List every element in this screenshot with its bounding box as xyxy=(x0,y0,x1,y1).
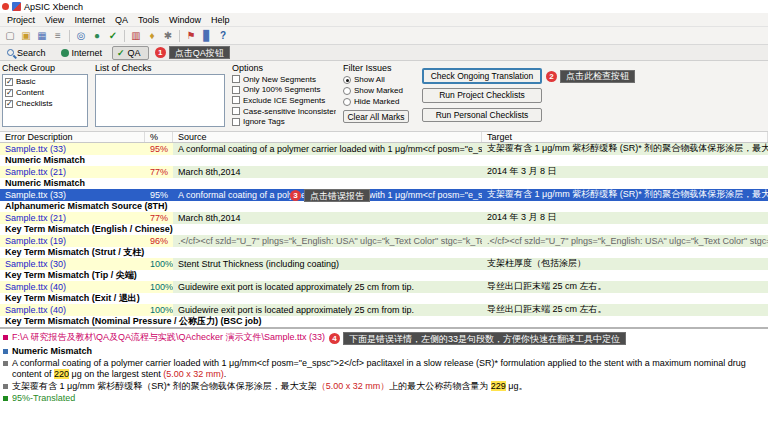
table-group-row[interactable]: Numeric Mismatch xyxy=(0,178,768,190)
filter-hide-marked[interactable]: Hide Marked xyxy=(343,96,415,107)
menu-project[interactable]: Project xyxy=(2,15,40,25)
filter-show-all[interactable]: Show All xyxy=(343,74,415,85)
table-row[interactable]: Sample.ttx (21) 77% March 8th,2014 2014 … xyxy=(0,166,768,178)
only-new-checkbox[interactable] xyxy=(232,75,240,83)
table-row[interactable]: Sample.ttx (21) 77% March 8th,2014 2014 … xyxy=(0,212,768,224)
row-target: .</cf><cf szld="U_7" plngs="k_English: U… xyxy=(482,235,768,247)
row-file-link[interactable]: Sample.ttx (33) xyxy=(5,144,66,154)
exclude-ice-checkbox[interactable] xyxy=(232,96,240,104)
show-all-radio[interactable] xyxy=(343,76,351,84)
option-exclude-ice[interactable]: Exclude ICE Segments xyxy=(232,95,336,106)
menu-tools[interactable]: Tools xyxy=(133,15,164,25)
menu-bar: Project View Internet QA Tools Window He… xyxy=(0,13,768,27)
column-target[interactable]: Target xyxy=(482,132,768,142)
table-group-row[interactable]: Alphanumeric Mismatch Source (8TH) xyxy=(0,201,768,213)
callout-1-badge: 1 xyxy=(155,47,166,58)
menu-internet[interactable]: Internet xyxy=(69,15,110,25)
option-only-100[interactable]: Only 100% Segments xyxy=(232,85,336,96)
run-project-checklists-button[interactable]: Run Project Checklists xyxy=(422,88,542,103)
column-percent[interactable]: % xyxy=(145,132,173,142)
row-file-link[interactable]: Sample.ttx (21) xyxy=(5,167,66,177)
source-highlight: 220 xyxy=(54,369,69,379)
window-title: ApSIC Xbench xyxy=(24,2,83,12)
content-checkbox[interactable] xyxy=(5,89,13,97)
column-source[interactable]: Source xyxy=(173,132,482,142)
run-personal-checklists-button[interactable]: Run Personal Checklists xyxy=(422,108,542,123)
ignore-tags-checkbox[interactable] xyxy=(232,118,240,126)
menu-window[interactable]: Window xyxy=(164,15,206,25)
bullet-icon xyxy=(3,361,8,366)
only-100-checkbox[interactable] xyxy=(232,86,240,94)
app-icon xyxy=(12,2,21,11)
table-group-row[interactable]: Key Term Mismatch (Strut / 支柱) xyxy=(0,247,768,259)
table-group-row[interactable]: Key Term Mismatch (Nominal Pressure / 公称… xyxy=(0,316,768,328)
detail-file-path[interactable]: F:\A 研究报告及教材\QA及QA流程与实践\QAchecker 演示文件\S… xyxy=(12,332,325,343)
row-percent: 100% xyxy=(145,281,173,293)
table-row[interactable]: Sample.ttx (40) 100% Guidewire exit port… xyxy=(0,304,768,316)
globe-icon xyxy=(61,49,69,57)
tab-qa[interactable]: ✓ QA xyxy=(112,46,149,60)
menu-help[interactable]: Help xyxy=(206,15,235,25)
key-terms-icon[interactable]: ♦ xyxy=(145,29,159,43)
table-row[interactable]: Sample.ttx (33) 95% A conformal coating … xyxy=(0,143,768,155)
table-group-row[interactable]: Key Term Mismatch (Exit / 退出) xyxy=(0,293,768,305)
check-basic[interactable]: Basic xyxy=(5,76,85,87)
project-properties-icon[interactable]: ≡ xyxy=(51,29,65,43)
check-checklists[interactable]: Checklists xyxy=(5,98,85,109)
list-of-checks-list[interactable] xyxy=(95,74,225,127)
row-file-link[interactable]: Sample.ttx (40) xyxy=(5,282,66,292)
help-icon[interactable]: ? xyxy=(216,29,230,43)
checklists-checkbox[interactable] xyxy=(5,100,13,108)
menu-view[interactable]: View xyxy=(40,15,69,25)
option-ignore-tags[interactable]: Ignore Tags xyxy=(232,116,336,127)
row-target: 支架柱厚度（包括涂层） xyxy=(482,258,768,270)
detail-source-text: A conformal coating of a polymer carrier… xyxy=(12,358,765,380)
toolbar-separator xyxy=(124,30,125,42)
row-file-link[interactable]: Sample.ttx (21) xyxy=(5,213,66,223)
basic-checkbox[interactable] xyxy=(5,78,13,86)
table-row[interactable]: Sample.ttx (30) 100% Stent Strut Thickne… xyxy=(0,258,768,270)
internet-icon[interactable]: ● xyxy=(90,29,104,43)
column-error-description[interactable]: Error Description xyxy=(0,132,145,142)
row-file-link[interactable]: Sample.ttx (33) xyxy=(5,190,66,200)
detail-error-type-line: Numeric Mismatch xyxy=(3,346,765,357)
settings-icon[interactable]: ✱ xyxy=(161,29,175,43)
table-row-selected[interactable]: Sample.ttx (33) 95% A conformal coating … xyxy=(0,189,768,201)
filter-show-marked[interactable]: Show Marked xyxy=(343,85,415,96)
clear-all-marks-button[interactable]: Clear All Marks xyxy=(343,110,409,123)
check-content[interactable]: Content xyxy=(5,87,85,98)
statistics-icon[interactable]: ▊ xyxy=(200,29,214,43)
hide-marked-label: Hide Marked xyxy=(354,97,399,106)
bullet-icon xyxy=(3,396,8,401)
check-ongoing-translation-button[interactable]: Check Ongoing Translation xyxy=(422,68,542,84)
row-file-link[interactable]: Sample.ttx (30) xyxy=(5,259,66,269)
tab-search[interactable]: Search xyxy=(2,46,54,60)
check-group-label: Check Group xyxy=(2,63,88,73)
menu-qa[interactable]: QA xyxy=(110,15,133,25)
save-project-icon[interactable]: ▦ xyxy=(35,29,49,43)
table-group-row[interactable]: Key Term Mismatch (Tip / 尖端) xyxy=(0,270,768,282)
case-sensitive-checkbox[interactable] xyxy=(232,107,240,115)
table-group-row[interactable]: Key Term Mismatch (English / Chinese) xyxy=(0,224,768,236)
search-icon[interactable]: ◎ xyxy=(74,29,88,43)
table-row[interactable]: Sample.ttx (19) 96% .</cf><cf szld="U_7"… xyxy=(0,235,768,247)
toolbar-separator xyxy=(69,30,70,42)
table-group-row[interactable]: Numeric Mismatch xyxy=(0,155,768,167)
option-case-sensitive[interactable]: Case-sensitive Inconsistencies xyxy=(232,106,336,117)
new-project-icon[interactable]: ▢ xyxy=(3,29,17,43)
bullet-icon xyxy=(3,384,8,389)
row-file-link[interactable]: Sample.ttx (40) xyxy=(5,305,66,315)
dictionary-icon[interactable]: ▥ xyxy=(129,29,143,43)
flag-icon[interactable]: ⚑ xyxy=(184,29,198,43)
open-project-icon[interactable]: ▣ xyxy=(19,29,33,43)
check-group-list[interactable]: Basic Content Checklists xyxy=(2,74,88,127)
callout-2-tip: 点击此检查按钮 xyxy=(560,70,635,83)
qa-icon[interactable]: ✓ xyxy=(106,29,120,43)
detail-source-line: A conformal coating of a polymer carrier… xyxy=(3,358,765,380)
row-file-link[interactable]: Sample.ttx (19) xyxy=(5,236,66,246)
option-only-new[interactable]: Only New Segments xyxy=(232,74,336,85)
show-marked-radio[interactable] xyxy=(343,87,351,95)
hide-marked-radio[interactable] xyxy=(343,98,351,106)
tab-internet[interactable]: Internet xyxy=(56,46,111,60)
table-row[interactable]: Sample.ttx (40) 100% Guidewire exit port… xyxy=(0,281,768,293)
